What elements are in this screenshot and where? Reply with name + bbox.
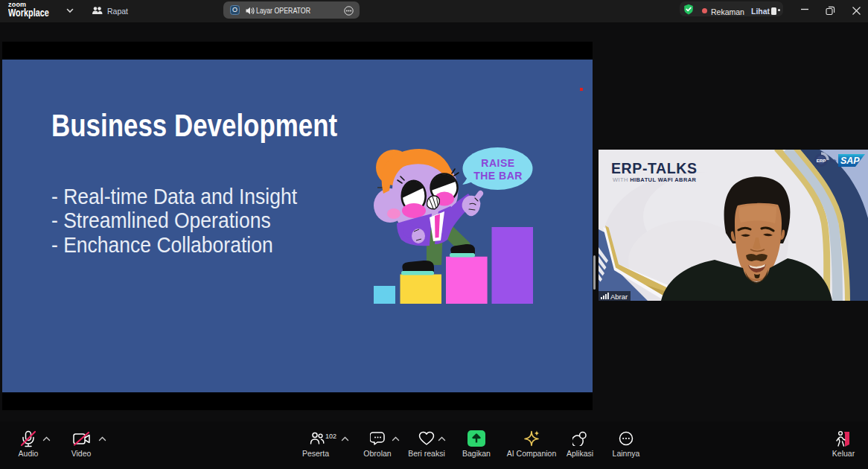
svg-text:THE BAR: THE BAR — [473, 170, 523, 182]
svg-text:RAISE: RAISE — [481, 157, 514, 169]
svg-text:ERP: ERP — [817, 158, 826, 163]
svg-text:talk: talk — [830, 159, 837, 163]
svg-text:SAP: SAP — [840, 156, 860, 166]
